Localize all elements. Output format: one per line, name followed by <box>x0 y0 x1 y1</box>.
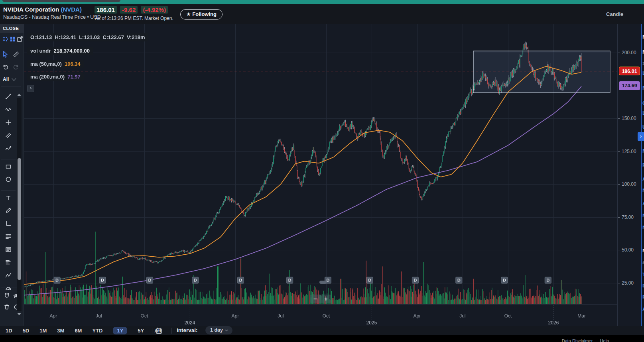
clipped-panel-text: P <box>642 162 644 168</box>
undo-icon[interactable] <box>2 63 10 71</box>
cursor-icon[interactable] <box>2 50 10 58</box>
chevron-down-icon <box>12 76 16 81</box>
zoom-in-button[interactable]: + <box>321 295 331 303</box>
brush-icon[interactable] <box>4 144 12 152</box>
timeframe-3m[interactable]: 3M <box>57 328 64 334</box>
clipped-panel-text: M <box>642 148 644 154</box>
range-dropdown[interactable]: All <box>3 77 16 82</box>
redo-icon[interactable] <box>12 63 20 71</box>
anchor-text-icon[interactable] <box>4 194 12 202</box>
clipped-panel-text: N <box>642 187 644 193</box>
wave-icon[interactable] <box>4 106 12 114</box>
timeframe-5y[interactable]: 5Y <box>138 328 144 334</box>
cross-icon[interactable] <box>4 118 12 126</box>
toolbar-scrollbar[interactable] <box>17 98 22 311</box>
clipped-panel-text: L <box>642 110 644 116</box>
magnet-icon[interactable] <box>3 292 11 300</box>
layout-grid-icon[interactable] <box>9 35 17 43</box>
clipped-panel-text: M <box>642 248 644 254</box>
interval-dropdown[interactable]: 1 day <box>205 326 232 334</box>
clipped-panel-text: P <box>642 294 644 300</box>
footer-link-data-disclaimer[interactable]: Data Disclaimer <box>562 338 593 342</box>
zigzag-icon[interactable] <box>4 271 12 279</box>
price-tick-label: 75.00 <box>618 214 634 220</box>
gauge-icon[interactable] <box>4 284 12 292</box>
footer-link-help[interactable]: Help <box>600 338 609 342</box>
yahoo-finance-chart-screen: NVIDIA Corporation (NVDA) NasdaqGS - Nas… <box>0 0 644 342</box>
current-price: 186.01 <box>95 6 117 14</box>
close-panel-button[interactable]: CLOSE <box>0 24 24 33</box>
clipped-panel-text: N <box>642 224 644 230</box>
price-change: -9.62 <box>120 6 138 14</box>
timeframe-5d[interactable]: 5D <box>23 328 30 334</box>
clipped-panel-text: L <box>642 70 644 76</box>
volume-legend[interactable]: vol undr 218,374,000.00 <box>27 47 93 55</box>
exchange-subtitle: NasdaqGS - Nasdaq Real Time Price • USD <box>3 14 101 20</box>
ellipse-icon[interactable] <box>4 175 12 183</box>
chevron-down-icon <box>225 328 228 331</box>
ruler-icon[interactable] <box>12 50 20 58</box>
timeframe-ytd[interactable]: YTD <box>92 328 102 334</box>
browser-tab-remnant <box>2 0 120 2</box>
scroll-down-arrow[interactable] <box>17 313 21 315</box>
collapse-legend-button[interactable]: ∧ <box>27 85 34 92</box>
clipped-panel-text: T <box>642 271 644 277</box>
clipped-panel-text: A <box>642 306 644 312</box>
interval-label: Interval: <box>177 327 198 333</box>
pane-resize-handle[interactable] <box>319 281 327 284</box>
pencil-icon[interactable] <box>4 206 12 214</box>
ticker-symbol: (NVDA) <box>61 6 82 13</box>
price-axis[interactable]: 186.01 174.69 200.00150.00125.00100.0075… <box>617 24 641 326</box>
clipped-panel-text: D <box>642 283 644 289</box>
price-change-percent: (-4.92%) <box>141 6 168 14</box>
timeframe-1y[interactable]: 1Y <box>113 327 127 334</box>
clipped-panel-text: s <box>642 61 644 65</box>
scroll-up-arrow[interactable] <box>17 94 21 96</box>
clipped-panel-text: A <box>642 176 644 182</box>
timeframe-bar: 1D5D1M3M6MYTD1Y5YAll Interval: 1 day <box>0 326 644 335</box>
clipped-panel-text: M <box>642 49 644 55</box>
expand-panel-chevron-button[interactable]: › <box>638 132 644 141</box>
header: NVIDIA Corporation (NVDA) NasdaqGS - Nas… <box>0 4 644 24</box>
parallel-channel-icon[interactable] <box>4 132 12 140</box>
divider <box>152 328 152 334</box>
price-tick-label: 150.00 <box>618 115 636 122</box>
ohlc-legend: O:121.13 H:123.41 L:121.03 C:122.67 V:21… <box>27 33 148 41</box>
volume-profile-icon[interactable] <box>4 258 12 266</box>
timeframe-6m[interactable]: 6M <box>75 328 82 334</box>
price-tick-label: 50.00 <box>618 247 634 253</box>
clipped-panel-text: M <box>642 212 644 218</box>
trash-icon[interactable] <box>3 303 11 311</box>
following-button[interactable]: ★ Following <box>180 9 223 20</box>
clipped-panel-text: C <box>642 100 644 106</box>
angle-icon[interactable] <box>4 220 12 228</box>
fib-retracement-icon[interactable] <box>4 232 12 240</box>
company-name: NVIDIA Corporation <box>3 6 59 13</box>
divider <box>171 328 171 334</box>
scrollbar-thumb[interactable] <box>18 158 21 280</box>
timeframe-1m[interactable]: 1M <box>39 328 47 334</box>
calendar-icon[interactable] <box>156 327 162 334</box>
price-tick-label: 100.00 <box>618 181 636 187</box>
clipped-panel-text: M <box>642 34 644 40</box>
browser-top-strip <box>0 0 644 4</box>
rectangle-icon[interactable] <box>4 163 12 171</box>
timeframe-buttons: 1D5D1M3M6MYTD1Y5YAll <box>6 326 161 335</box>
ma200-legend[interactable]: ma (200,ma,0) 71.97 <box>27 73 84 81</box>
current-price-badge: 186.01 <box>619 67 640 75</box>
trend-line-icon[interactable] <box>4 92 12 100</box>
timeframe-1d[interactable]: 1D <box>6 328 12 334</box>
ma50-legend[interactable]: ma (50,ma,0) 106.34 <box>27 60 84 68</box>
footer-strip: Data DisclaimerHelp <box>0 335 644 342</box>
page-title: NVIDIA Corporation (NVDA) <box>3 6 82 13</box>
indicators-icon[interactable] <box>2 35 10 43</box>
clipped-panel-text: s <box>642 260 644 265</box>
price-group: 186.01 -9.62 (-4.92%) <box>95 6 169 14</box>
footer-links: Data DisclaimerHelp <box>562 338 609 342</box>
price-tick-label: 200.00 <box>618 49 636 56</box>
clipped-panel-text: N <box>642 85 644 91</box>
notes-icon[interactable] <box>4 246 12 254</box>
zoom-out-button[interactable]: − <box>310 295 321 303</box>
chart-type-selector[interactable]: Candle <box>606 11 623 17</box>
popout-icon[interactable] <box>16 35 24 43</box>
